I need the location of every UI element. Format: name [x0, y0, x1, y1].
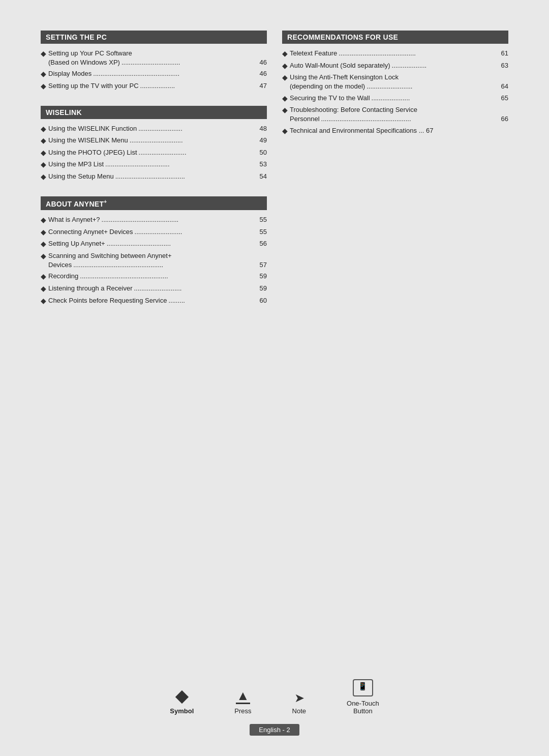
toc-dots: ........................................…: [93, 69, 258, 78]
toc-text: Using the PHOTO (JPEG) List: [48, 148, 137, 157]
section-header-wiselink: WISELINK: [41, 106, 267, 119]
toc-dots: .....................: [372, 94, 500, 103]
toc-dots: .............................: [130, 136, 258, 145]
toc-dots: ................................: [121, 58, 258, 67]
section-header-about-anynet: ABOUT ANYNET+: [41, 196, 267, 211]
toc-page: 50: [260, 148, 267, 157]
toc-dots: ........................................…: [321, 114, 500, 124]
toc-subtext: (Based on Windows XP): [48, 58, 120, 67]
symbol-label: Symbol: [170, 707, 194, 715]
toc-text: Setting up Your PC Software: [48, 49, 132, 57]
toc-dots: ..........................: [135, 227, 258, 237]
toc-dots: .........: [168, 296, 258, 305]
section-header-setting-the-pc: SETTING THE PC: [41, 31, 267, 44]
bullet-icon: ◆: [41, 136, 46, 146]
toc-dots: ........................: [138, 124, 258, 133]
toc-page: 48: [260, 124, 267, 133]
toc-dots: ...................: [392, 61, 500, 70]
toc-page: 55: [260, 215, 267, 224]
bullet-icon: ◆: [41, 49, 46, 59]
toc-text: Technical and Environmental Specificatio…: [290, 126, 434, 135]
bullet-icon: ◆: [41, 172, 46, 182]
toc-subtext: Devices: [48, 260, 72, 270]
toc-text: Setting up the TV with your PC: [48, 81, 139, 91]
footer-note: ➤ Note: [292, 692, 306, 715]
press-label: Press: [234, 707, 251, 715]
bullet-icon: ◆: [41, 296, 46, 306]
toc-page: 60: [260, 296, 267, 305]
toc-text: Check Points before Requesting Service: [48, 296, 167, 305]
toc-page: 53: [260, 160, 267, 169]
bullet-icon: ◆: [41, 160, 46, 170]
toc-item-scanning-anynet: ◆ Scanning and Switching between Anynet+…: [41, 251, 267, 270]
toc-dots: ..........................: [139, 148, 258, 157]
toc-dots: ..........................: [134, 284, 258, 293]
toc-dots: ........................................…: [339, 49, 499, 58]
one-touch-icon: 📱: [353, 679, 373, 696]
one-touch-label: One-Touch: [347, 700, 379, 707]
bullet-icon: ◆: [282, 94, 288, 104]
toc-page: 49: [260, 136, 267, 145]
toc-item-setting-up-anynet: ◆ Setting Up Anynet+ ...................…: [41, 239, 267, 249]
content-area: SETTING THE PC ◆ Setting up Your PC Soft…: [41, 31, 508, 659]
toc-page: 56: [260, 239, 267, 248]
bullet-icon: ◆: [41, 69, 46, 79]
toc-page: 65: [501, 94, 508, 103]
toc-page: 63: [501, 61, 508, 70]
two-column-layout: SETTING THE PC ◆ Setting up Your PC Soft…: [41, 31, 508, 320]
toc-item-display-modes: ◆ Display Modes ........................…: [41, 69, 267, 79]
footer-symbol: ◆ Symbol: [170, 688, 194, 715]
toc-text: Using the WISELINK Function: [48, 124, 137, 133]
one-touch-sublabel: Button: [353, 707, 373, 715]
bullet-icon: ◆: [282, 126, 288, 136]
toc-item-technical-specs: ◆ Technical and Environmental Specificat…: [282, 126, 508, 136]
note-label: Note: [292, 707, 306, 715]
toc-text: Recording: [48, 272, 78, 281]
toc-text: Troubleshooting: Before Contacting Servi…: [290, 106, 417, 113]
toc-text: Using the Anti-Theft Kensington Lock: [290, 73, 399, 81]
toc-item-troubleshooting: ◆ Troubleshooting: Before Contacting Ser…: [282, 105, 508, 124]
toc-subtext: Personnel: [290, 114, 320, 124]
toc-dots: ........................................…: [102, 215, 258, 224]
section-setting-the-pc: SETTING THE PC ◆ Setting up Your PC Soft…: [41, 31, 267, 92]
bullet-icon: ◆: [41, 148, 46, 158]
toc-text: Using the MP3 List: [48, 160, 104, 169]
toc-page: 46: [260, 69, 267, 78]
toc-item-what-is-anynet: ◆ What is Anynet+? .....................…: [41, 215, 267, 225]
toc-item-listening-receiver: ◆ Listening through a Receiver .........…: [41, 284, 267, 294]
toc-page: 59: [260, 272, 267, 281]
toc-text: Teletext Feature: [290, 49, 337, 58]
toc-page: 55: [260, 227, 267, 237]
bullet-icon: ◆: [282, 61, 288, 71]
footer-press: ▲ Press: [234, 689, 251, 715]
bullet-icon: ◆: [41, 215, 46, 225]
toc-page: 64: [501, 82, 508, 91]
toc-item-wiselink-menu: ◆ Using the WISELINK Menu ..............…: [41, 136, 267, 146]
bullet-icon: ◆: [41, 251, 46, 261]
toc-dots: ...................................: [105, 160, 258, 169]
toc-dots: ...................: [140, 81, 258, 91]
left-column: SETTING THE PC ◆ Setting up Your PC Soft…: [41, 31, 267, 320]
bullet-icon: ◆: [41, 284, 46, 294]
toc-item-recording: ◆ Recording ............................…: [41, 272, 267, 282]
toc-text: Auto Wall-Mount (Sold separately): [290, 61, 390, 70]
toc-text: Setting Up Anynet+: [48, 239, 105, 248]
toc-dots: .........................: [367, 82, 499, 91]
bullet-icon: ◆: [41, 124, 46, 134]
toc-page: 47: [260, 81, 267, 91]
right-column: RECOMMENDATIONS FOR USE ◆ Teletext Featu…: [282, 31, 508, 320]
section-wiselink: WISELINK ◆ Using the WISELINK Function .…: [41, 106, 267, 182]
toc-text: Securing the TV to the Wall: [290, 94, 370, 103]
note-icon: ➤: [294, 692, 303, 704]
toc-page: 46: [260, 58, 267, 67]
toc-page: 57: [260, 260, 267, 270]
press-icon: ▲: [236, 689, 250, 704]
section-about-anynet: ABOUT ANYNET+ ◆ What is Anynet+? .......…: [41, 196, 267, 306]
section-recommendations: RECOMMENDATIONS FOR USE ◆ Teletext Featu…: [282, 31, 508, 136]
footer-one-touch: 📱 One-Touch Button: [347, 679, 379, 715]
toc-page: 54: [260, 172, 267, 181]
toc-item-wall-mount: ◆ Auto Wall-Mount (Sold separately) ....…: [282, 61, 508, 71]
bullet-icon: ◆: [41, 272, 46, 282]
bullet-icon: ◆: [282, 73, 288, 83]
toc-item-connecting-anynet: ◆ Connecting Anynet+ Devices ...........…: [41, 227, 267, 238]
